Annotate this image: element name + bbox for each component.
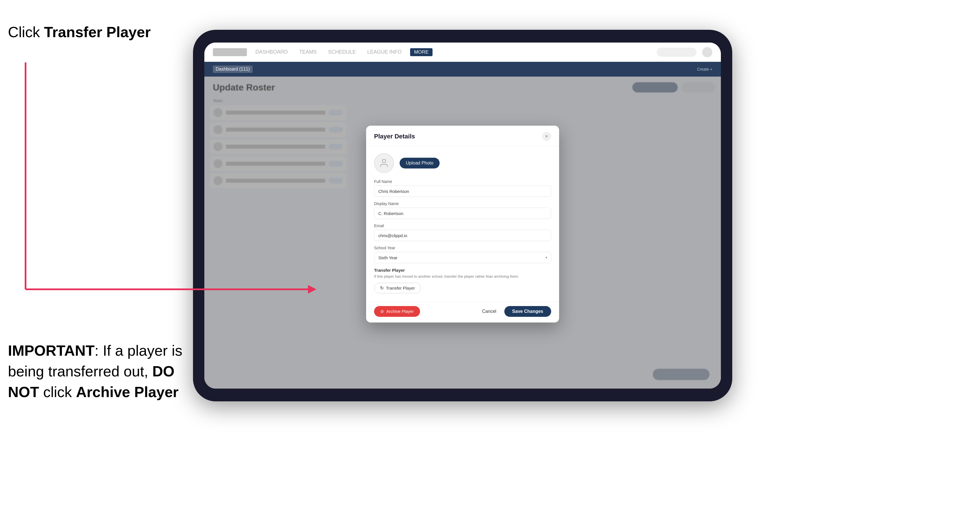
school-year-label: School Year xyxy=(374,246,551,250)
archive-btn-label: Archive Player xyxy=(386,309,414,314)
sub-nav-dashboard[interactable]: Dashboard (111) xyxy=(213,65,253,73)
user-icon xyxy=(379,158,389,168)
cancel-button[interactable]: Cancel xyxy=(478,306,501,317)
modal-footer: ⊘ Archive Player Cancel Save Changes xyxy=(366,301,559,322)
school-year-select-wrapper: First Year Second Year Third Year Fourth… xyxy=(374,252,551,263)
app-nav: DASHBOARD TEAMS SCHEDULE LEAGUE INFO MOR… xyxy=(204,43,721,62)
photo-section: Upload Photo xyxy=(374,153,551,173)
display-name-label: Display Name xyxy=(374,202,551,206)
photo-placeholder xyxy=(374,153,394,173)
tablet-screen: DASHBOARD TEAMS SCHEDULE LEAGUE INFO MOR… xyxy=(204,43,721,389)
sub-nav: Dashboard (111) Create + xyxy=(204,62,721,76)
full-name-label: Full Name xyxy=(374,179,551,184)
modal-header: Player Details × xyxy=(366,125,559,146)
sub-nav-create[interactable]: Create + xyxy=(697,67,713,71)
transfer-section-label: Transfer Player xyxy=(374,268,551,273)
nav-item-schedule[interactable]: SCHEDULE xyxy=(325,48,359,56)
transfer-icon: ↻ xyxy=(380,285,384,291)
archive-icon: ⊘ xyxy=(380,309,384,314)
tablet-frame: DASHBOARD TEAMS SCHEDULE LEAGUE INFO MOR… xyxy=(193,30,732,402)
save-changes-button[interactable]: Save Changes xyxy=(504,306,551,317)
school-year-group: School Year First Year Second Year Third… xyxy=(374,246,551,263)
full-name-input[interactable] xyxy=(374,186,551,197)
modal-body: Upload Photo Full Name Display Name xyxy=(366,146,559,301)
player-details-modal: Player Details × xyxy=(366,125,559,322)
instruction-important: IMPORTANT xyxy=(8,342,94,359)
nav-item-dashboard[interactable]: DASHBOARD xyxy=(253,48,291,56)
instruction-bottom: IMPORTANT: If a player is being transfer… xyxy=(8,340,184,402)
instruction-bottom-text2: click xyxy=(39,384,76,400)
instruction-archive-player: Archive Player xyxy=(76,384,178,400)
full-name-group: Full Name xyxy=(374,179,551,197)
email-label: Email xyxy=(374,224,551,228)
modal-title: Player Details xyxy=(374,133,415,140)
nav-item-more[interactable]: MORE xyxy=(410,48,433,56)
transfer-player-button[interactable]: ↻ Transfer Player xyxy=(374,283,421,293)
instruction-top-text: Click xyxy=(8,24,44,40)
transfer-section: Transfer Player If this player has moved… xyxy=(374,268,551,293)
close-button[interactable]: × xyxy=(542,132,551,141)
email-input[interactable] xyxy=(374,230,551,241)
display-name-input[interactable] xyxy=(374,208,551,219)
transfer-description: If this player has moved to another scho… xyxy=(374,274,551,279)
transfer-btn-label: Transfer Player xyxy=(386,286,415,290)
nav-add-btn xyxy=(657,48,697,57)
instruction-top-bold: Transfer Player xyxy=(44,24,151,40)
nav-avatar xyxy=(702,47,713,57)
archive-player-button[interactable]: ⊘ Archive Player xyxy=(374,306,420,317)
display-name-group: Display Name xyxy=(374,202,551,219)
instruction-top: Click Transfer Player xyxy=(8,23,151,42)
email-group: Email xyxy=(374,224,551,241)
content-area: Update Roster Team xyxy=(204,76,721,389)
upload-photo-button[interactable]: Upload Photo xyxy=(399,158,440,168)
nav-item-league[interactable]: LEAGUE INFO xyxy=(364,48,404,56)
nav-logo xyxy=(213,48,247,56)
school-year-select[interactable]: First Year Second Year Third Year Fourth… xyxy=(374,252,551,263)
modal-overlay: Player Details × xyxy=(204,76,721,389)
nav-item-teams[interactable]: TEAMS xyxy=(296,48,320,56)
svg-point-3 xyxy=(382,159,386,163)
